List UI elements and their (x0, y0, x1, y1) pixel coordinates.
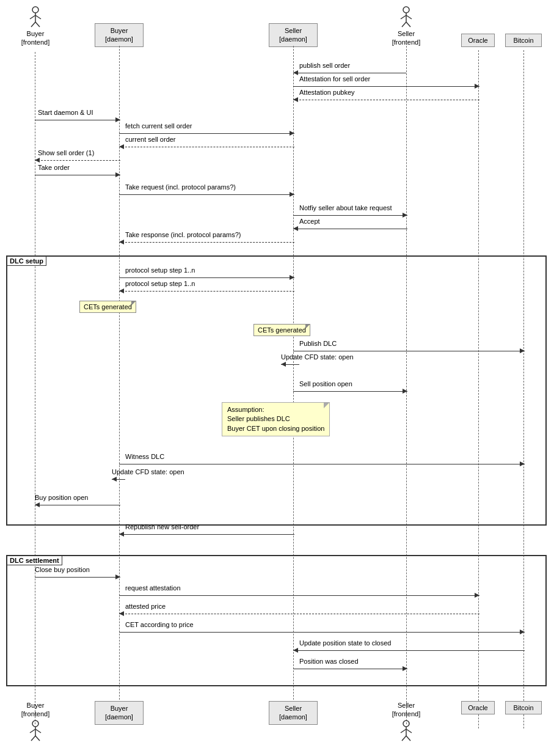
svg-line-9 (406, 15, 412, 19)
msg-take-response: Take response (incl. protocol params?) (119, 238, 294, 247)
msg-sell-position-open: Sell position open (293, 387, 407, 396)
svg-line-16 (31, 736, 35, 741)
msg-buy-position-open: Buy position open (35, 501, 120, 510)
msg-update-position-closed: Update position state to closed (293, 647, 525, 655)
msg-accept: Accept (293, 225, 407, 233)
msg-update-cfd-seller: Update CFD state: open (281, 361, 299, 369)
actor-buyer-daemon-bottom: Buyer[daemon] (95, 701, 144, 725)
section-dlc-setup-label: DLC setup (7, 257, 46, 266)
actor-bitcoin-bottom: Bitcoin (505, 701, 542, 714)
note-cets-buyer: CETs generated (79, 301, 136, 313)
actor-buyer-frontend-bottom: Buyer [frontend] (17, 701, 54, 743)
msg-protocol-setup-2: protocol setup step 1..n (119, 287, 294, 296)
actor-seller-daemon-top: Seller[daemon] (269, 23, 318, 47)
msg-start-daemon-ui: Start daemon & UI (35, 116, 120, 125)
msg-cet-according-to-price: CET according to price (119, 628, 525, 637)
svg-line-14 (30, 729, 35, 733)
actor-oracle-bottom: Oracle (461, 701, 495, 714)
svg-line-20 (401, 729, 406, 733)
svg-line-4 (31, 22, 35, 27)
msg-take-request: Take request (incl. protocol params?) (119, 191, 294, 199)
msg-position-was-closed: Position was closed (293, 665, 407, 673)
msg-current-sell-order: current sell order (119, 143, 294, 152)
section-dlc-settlement-label: DLC settlement (7, 556, 62, 565)
section-dlc-setup: DLC setup (6, 255, 547, 526)
msg-republish-sell-order: Republish new sell-order (119, 530, 294, 539)
actor-buyer-daemon-top: Buyer[daemon] (95, 23, 144, 47)
svg-line-2 (30, 15, 35, 19)
msg-attestation-pubkey: Attestation pubkey (293, 96, 479, 105)
note-assumption: Assumption:Seller publishes DLCBuyer CET… (222, 402, 330, 436)
note-cets-seller: CETs generated (253, 324, 310, 336)
svg-line-23 (406, 736, 410, 741)
actor-bitcoin-top: Bitcoin (505, 34, 542, 47)
svg-line-8 (401, 15, 406, 19)
svg-line-3 (35, 15, 41, 19)
actor-oracle-top: Oracle (461, 34, 495, 47)
svg-point-6 (403, 7, 409, 13)
svg-line-15 (35, 729, 41, 733)
svg-line-22 (402, 736, 406, 741)
msg-witness-dlc: Witness DLC (119, 460, 525, 469)
msg-attested-price: attested price (119, 610, 479, 618)
svg-line-10 (402, 22, 406, 27)
actor-seller-daemon-bottom: Seller[daemon] (269, 701, 318, 725)
msg-take-order: Take order (35, 171, 120, 180)
msg-update-cfd-buyer: Update CFD state: open (112, 475, 125, 484)
svg-line-5 (35, 22, 40, 27)
actor-seller-frontend-bottom: Seller [frontend] (388, 701, 425, 743)
svg-line-11 (406, 22, 410, 27)
actor-seller-frontend-top: Seller [frontend] (388, 6, 425, 47)
svg-line-21 (406, 729, 412, 733)
svg-point-18 (403, 721, 409, 727)
actor-buyer-frontend-top: Buyer [frontend] (17, 6, 54, 47)
svg-point-0 (32, 7, 38, 13)
svg-point-12 (32, 721, 38, 727)
msg-close-buy-position: Close buy position (35, 573, 120, 582)
svg-line-17 (35, 736, 40, 741)
msg-request-attestation: request attestation (119, 592, 479, 600)
